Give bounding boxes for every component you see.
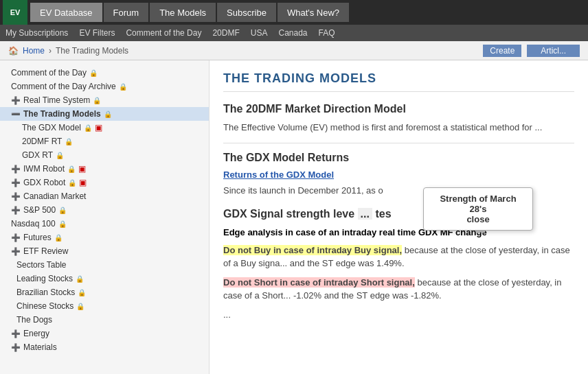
lock-icon: 🔒: [78, 289, 86, 296]
expand-icon: ➕: [11, 96, 21, 105]
sidebar-label: S&P 500: [23, 205, 56, 215]
logo-text: EV: [10, 8, 21, 16]
sidebar-item-futures[interactable]: ➕ Futures 🔒: [0, 231, 209, 244]
sidebar-item-gdx-rt[interactable]: GDX RT 🔒: [19, 148, 209, 162]
main-layout: Comment of the Day 🔒 Comment of the Day …: [0, 60, 588, 374]
sec-nav-ev-filters[interactable]: EV Filters: [79, 28, 115, 38]
lock-icon: 🔒: [68, 179, 76, 187]
gdx-model-link[interactable]: Returns of the GDX Model: [223, 170, 574, 180]
gdx-signal-section: Strength of March 28's close GDX Signal …: [223, 208, 574, 321]
sidebar-item-the-dogs[interactable]: The Dogs: [14, 313, 209, 327]
sidebar-label: GDX Robot: [23, 178, 65, 187]
lock-icon: 🔒: [104, 110, 112, 118]
sidebar-label: Brazilian Stocks: [16, 288, 75, 297]
lock-icon: 🔒: [65, 138, 73, 145]
sidebar-item-nasdaq100[interactable]: Nasdaq 100 🔒: [0, 217, 209, 231]
sec-nav-my-subscriptions[interactable]: My Subscriptions: [5, 28, 68, 38]
sidebar-label: Futures: [23, 233, 52, 242]
section1-description: The Effective Volume (EV) method is firs…: [223, 121, 574, 135]
sidebar-item-chinese-stocks[interactable]: Chinese Stocks 🔒: [14, 299, 209, 313]
content-wrap: THE TRADING MODELS The 20DMF Market Dire…: [210, 60, 588, 374]
tooltip-line1: Strength of March 28's: [440, 194, 516, 214]
sidebar-item-energy[interactable]: ➕ Energy: [0, 327, 209, 340]
sidebar-item-real-time[interactable]: ➕ Real Time System 🔒: [0, 93, 209, 107]
nav-ev-database[interactable]: EV Database: [30, 3, 102, 22]
sidebar-item-iwm-robot[interactable]: ➕ IWM Robot 🔒 ▣: [0, 162, 209, 176]
nav-whats-new[interactable]: What's New?: [278, 3, 349, 22]
expand-icon: ➕: [11, 247, 21, 256]
sec-nav-canada[interactable]: Canada: [278, 28, 307, 38]
ellipsis: ...: [223, 308, 574, 322]
sidebar-item-comment-day[interactable]: Comment of the Day 🔒: [0, 66, 209, 80]
sidebar-label: 20DMF RT: [22, 137, 62, 146]
lock-icon: 🔒: [67, 165, 76, 173]
sidebar-item-20dmf-rt[interactable]: 20DMF RT 🔒: [19, 135, 209, 148]
lock-icon: 🔒: [119, 83, 127, 91]
sidebar-label: Sectors Table: [16, 260, 67, 270]
nav-subscribe[interactable]: Subscribe: [217, 3, 276, 22]
sidebar-item-canadian-market[interactable]: ➕ Canadian Market: [0, 189, 209, 203]
create-button[interactable]: Create: [483, 45, 521, 57]
special-icon: ▣: [79, 178, 87, 187]
sidebar-label: Comment of the Day Archive: [11, 82, 116, 91]
sidebar-label: Energy: [23, 329, 49, 338]
article-button[interactable]: Articl...: [527, 45, 580, 57]
sidebar-item-materials[interactable]: ➕ Materials: [0, 340, 209, 354]
breadcrumb-current: The Trading Models: [56, 46, 128, 56]
special-icon: ▣: [95, 123, 102, 132]
sec-nav-20dmf[interactable]: 20DMF: [212, 28, 239, 38]
sidebar-item-brazilian-stocks[interactable]: Brazilian Stocks 🔒: [14, 285, 209, 299]
section2-title: The GDX Model Returns: [223, 152, 574, 164]
tooltip-line2: close: [466, 214, 489, 224]
sidebar-item-sp500[interactable]: ➕ S&P 500 🔒: [0, 203, 209, 217]
nav-forum[interactable]: Forum: [104, 3, 149, 22]
trading-models-children: The GDX Model 🔒 ▣ 20DMF RT 🔒 GDX RT 🔒: [0, 121, 209, 162]
sidebar-item-etf-review[interactable]: ➕ ETF Review: [0, 244, 209, 258]
sec-nav-faq[interactable]: FAQ: [319, 28, 335, 38]
sidebar-label: Comment of the Day: [11, 68, 87, 78]
breadcrumb-home[interactable]: Home: [23, 46, 45, 56]
sidebar-item-gdx-model[interactable]: The GDX Model 🔒 ▣: [19, 121, 209, 135]
etf-review-children: Sectors Table Leading Stocks 🔒 Brazilian…: [0, 258, 209, 327]
tooltip-bubble: Strength of March 28's close: [423, 187, 533, 231]
sidebar-item-leading-stocks[interactable]: Leading Stocks 🔒: [14, 272, 209, 285]
sidebar-item-trading-models[interactable]: ➖ The Trading Models 🔒: [0, 107, 209, 121]
sidebar-label: The GDX Model: [22, 123, 81, 132]
section1-title: The 20DMF Market Direction Model: [223, 103, 574, 115]
sidebar-item-comment-archive[interactable]: Comment of the Day Archive 🔒: [0, 80, 209, 93]
signal1-text: Do not Buy in case of intraday Buy signa…: [223, 244, 574, 270]
nav-the-models[interactable]: The Models: [150, 3, 216, 22]
breadcrumb: 🏠 Home › The Trading Models: [8, 46, 128, 56]
expand-icon: ➕: [11, 206, 21, 215]
sidebar-label: The Trading Models: [23, 109, 101, 119]
expand-icon: ➕: [11, 165, 21, 174]
sidebar-item-sectors-table[interactable]: Sectors Table: [14, 258, 209, 272]
sec-nav-comment-of-day[interactable]: Comment of the Day: [126, 28, 201, 38]
lock-icon: 🔒: [84, 124, 92, 132]
breadcrumb-separator: ›: [49, 46, 52, 56]
expand-icon: ➕: [11, 178, 21, 187]
lock-icon: 🔒: [89, 69, 98, 77]
sidebar: Comment of the Day 🔒 Comment of the Day …: [0, 60, 210, 374]
sidebar-item-gdx-robot[interactable]: ➕ GDX Robot 🔒 ▣: [0, 176, 209, 189]
lock-icon: 🔒: [76, 275, 84, 283]
expand-icon: ➕: [11, 192, 21, 201]
home-icon: 🏠: [8, 46, 19, 56]
sidebar-label: IWM Robot: [23, 164, 65, 174]
lock-icon: 🔒: [58, 207, 67, 214]
lock-icon: 🔒: [76, 303, 84, 310]
sidebar-label: Real Time System: [23, 95, 90, 105]
secondary-nav: My Subscriptions EV Filters Comment of t…: [0, 25, 588, 41]
top-nav: EV EV Database Forum The Models Subscrib…: [0, 0, 588, 25]
expand-icon: ➕: [11, 329, 21, 338]
signal2-text: Do not Short in case of intraday Short s…: [223, 276, 574, 303]
expand-icon: ➕: [11, 233, 21, 242]
lock-icon: 🔒: [58, 220, 67, 228]
page-title: THE TRADING MODELS: [223, 71, 574, 92]
header-actions: Create Articl...: [483, 45, 580, 57]
lock-icon: 🔒: [54, 234, 63, 242]
sec-nav-usa[interactable]: USA: [251, 28, 268, 38]
sidebar-label: GDX RT: [22, 150, 53, 160]
divider1: [223, 143, 574, 143]
expand-icon: ➖: [11, 110, 21, 119]
